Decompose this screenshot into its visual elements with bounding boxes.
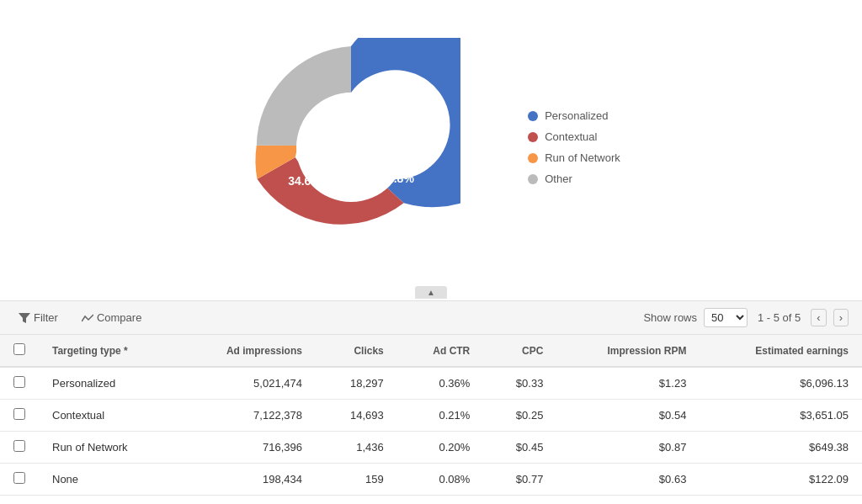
table-row: Placement114,5861760.15%$0.20$0.11$34.72	[0, 496, 862, 505]
rows-per-page-select[interactable]: 50 10 25 100	[704, 308, 748, 327]
row-checkbox-cell	[0, 400, 39, 432]
legend-item-personalized: Personalized	[528, 109, 620, 122]
prev-page-button[interactable]: ‹	[811, 309, 826, 326]
legend-dot-ron	[528, 153, 538, 163]
cell-ad_impressions: 198,434	[177, 464, 316, 496]
data-table: Targeting type * Ad impressions Clicks A…	[0, 335, 862, 504]
toolbar-right: Show rows 50 10 25 100 1 - 5 of 5 ‹ ›	[643, 308, 849, 327]
donut-chart: 57.8% 34.6% 6.2%	[242, 38, 460, 257]
legend-dot-other	[528, 174, 538, 184]
legend-dot-personalized	[528, 111, 538, 121]
legend-label-ron: Run of Network	[545, 151, 620, 164]
compare-label: Compare	[97, 311, 141, 324]
legend-dot-contextual	[528, 132, 538, 142]
cell-cpc: $0.45	[483, 432, 556, 464]
chart-section: 57.8% 34.6% 6.2% Personalized Contextual…	[0, 0, 862, 286]
show-rows-label: Show rows	[643, 311, 697, 324]
col-ad-impressions: Ad impressions	[177, 335, 316, 367]
cell-ad_impressions: 114,586	[177, 496, 316, 505]
col-cpc: CPC	[483, 335, 556, 367]
cell-clicks: 1,436	[316, 432, 397, 464]
cell-estimated_earnings: $34.72	[700, 496, 862, 505]
cell-clicks: 176	[316, 496, 397, 505]
cell-impression_rpm: $1.23	[556, 367, 700, 400]
row-checkbox[interactable]	[13, 408, 25, 420]
cell-ad_impressions: 5,021,474	[177, 367, 316, 400]
chart-legend: Personalized Contextual Run of Network O…	[528, 109, 620, 185]
cell-targeting_type: Personalized	[39, 367, 177, 400]
table-row: Run of Network716,3961,4360.20%$0.45$0.8…	[0, 432, 862, 464]
cell-cpc: $0.33	[483, 367, 556, 400]
cell-cpc: $0.25	[483, 400, 556, 432]
row-checkbox[interactable]	[13, 440, 25, 452]
row-checkbox[interactable]	[13, 472, 25, 484]
compare-button[interactable]: Compare	[77, 308, 146, 327]
filter-label: Filter	[34, 311, 58, 324]
col-ad-ctr: Ad CTR	[397, 335, 484, 367]
compare-icon	[82, 313, 93, 323]
cell-targeting_type: Placement	[39, 496, 177, 505]
cell-estimated_earnings: $122.09	[700, 464, 862, 496]
cell-ad_impressions: 716,396	[177, 432, 316, 464]
table-row: None198,4341590.08%$0.77$0.63$122.09	[0, 464, 862, 496]
cell-ad_impressions: 7,122,378	[177, 400, 316, 432]
legend-item-contextual: Contextual	[528, 130, 620, 143]
legend-item-ron: Run of Network	[528, 151, 620, 164]
table-toolbar: Filter Compare Show rows 50 10 25 100 1 …	[0, 301, 862, 335]
cell-targeting_type: Contextual	[39, 400, 177, 432]
cell-impression_rpm: $0.87	[556, 432, 700, 464]
col-impression-rpm: Impression RPM	[556, 335, 700, 367]
col-targeting-type: Targeting type *	[39, 335, 177, 367]
table-header-row: Targeting type * Ad impressions Clicks A…	[0, 335, 862, 367]
legend-label-contextual: Contextual	[545, 130, 597, 143]
cell-impression_rpm: $0.63	[556, 464, 700, 496]
cell-ad_ctr: 0.36%	[397, 367, 484, 400]
cell-cpc: $0.77	[483, 464, 556, 496]
col-clicks: Clicks	[316, 335, 397, 367]
legend-label-personalized: Personalized	[545, 109, 608, 122]
collapse-button[interactable]: ▲	[415, 286, 447, 299]
cell-clicks: 159	[316, 464, 397, 496]
row-checkbox-cell	[0, 367, 39, 400]
header-checkbox-col	[0, 335, 39, 367]
collapse-section[interactable]: ▲	[0, 286, 862, 299]
cell-estimated_earnings: $3,651.05	[700, 400, 862, 432]
cell-impression_rpm: $0.54	[556, 400, 700, 432]
cell-targeting_type: Run of Network	[39, 432, 177, 464]
cell-targeting_type: None	[39, 464, 177, 496]
cell-clicks: 14,693	[316, 400, 397, 432]
table-section: Filter Compare Show rows 50 10 25 100 1 …	[0, 300, 862, 504]
legend-item-other: Other	[528, 172, 620, 185]
toolbar-left: Filter Compare	[13, 308, 146, 327]
table-row: Contextual7,122,37814,6930.21%$0.25$0.54…	[0, 400, 862, 432]
contextual-label: 34.6%	[288, 174, 322, 188]
cell-cpc: $0.20	[483, 496, 556, 505]
personalized-label: 57.8%	[380, 172, 414, 185]
cell-estimated_earnings: $649.38	[700, 432, 862, 464]
select-all-checkbox[interactable]	[13, 343, 25, 355]
cell-ad_ctr: 0.08%	[397, 464, 484, 496]
legend-label-other: Other	[545, 172, 572, 185]
row-checkbox-cell	[0, 496, 39, 505]
filter-icon	[19, 313, 30, 323]
cell-ad_ctr: 0.21%	[397, 400, 484, 432]
cell-estimated_earnings: $6,096.13	[700, 367, 862, 400]
row-checkbox-cell	[0, 432, 39, 464]
cell-clicks: 18,297	[316, 367, 397, 400]
table-row: Personalized5,021,47418,2970.36%$0.33$1.…	[0, 367, 862, 400]
cell-ad_ctr: 0.15%	[397, 496, 484, 505]
pagination-info: 1 - 5 of 5	[758, 311, 801, 324]
row-checkbox[interactable]	[13, 376, 25, 388]
filter-button[interactable]: Filter	[13, 308, 63, 327]
row-checkbox-cell	[0, 464, 39, 496]
col-estimated-earnings: Estimated earnings	[700, 335, 862, 367]
cell-impression_rpm: $0.11	[556, 496, 700, 505]
cell-ad_ctr: 0.20%	[397, 432, 484, 464]
next-page-button[interactable]: ›	[833, 309, 849, 326]
